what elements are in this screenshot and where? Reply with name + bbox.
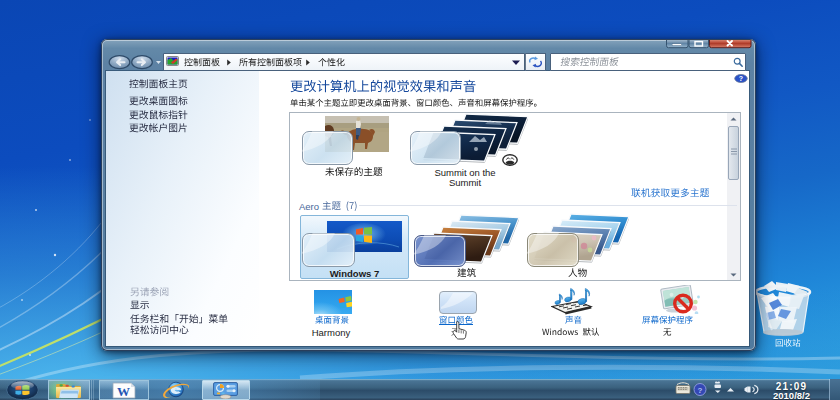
svg-text:?: ? (698, 386, 703, 395)
svg-text:W: W (117, 383, 130, 398)
svg-text:?: ? (739, 75, 743, 82)
